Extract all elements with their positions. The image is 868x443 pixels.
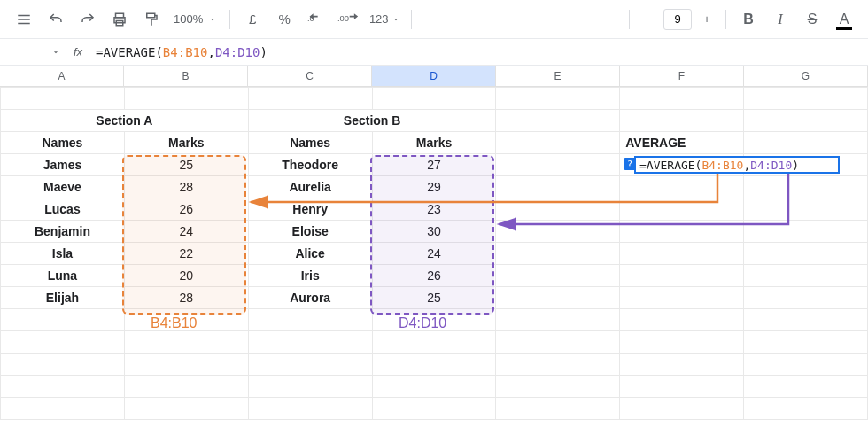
marks-header-b: Marks — [372, 132, 496, 154]
name-cell: Isla — [1, 243, 125, 265]
active-cell-formula[interactable]: ? =AVERAGE(B4:B10,D4:D10) — [634, 156, 840, 174]
mark-cell: 25 — [372, 287, 496, 309]
name-cell: Benjamin — [1, 221, 125, 243]
name-cell: Iris — [248, 265, 372, 287]
col-header-B[interactable]: B — [124, 66, 248, 86]
mark-cell: 26 — [372, 265, 496, 287]
svg-rect-6 — [147, 13, 155, 18]
spreadsheet-grid: A B C D E F G Section A Section B Names … — [0, 66, 868, 420]
names-header-b: Names — [248, 132, 372, 154]
undo-icon[interactable] — [41, 6, 71, 33]
zoom-value: 100% — [174, 12, 203, 26]
paint-format-icon[interactable] — [136, 6, 167, 33]
column-headers: A B C D E F G — [0, 66, 868, 87]
fx-icon: fx — [69, 45, 87, 58]
zoom-dropdown[interactable]: 100% — [168, 12, 222, 26]
mark-cell: 28 — [124, 287, 248, 309]
name-cell: Aurelia — [248, 176, 372, 198]
range-label-b: B4:B10 — [151, 315, 197, 331]
col-header-F[interactable]: F — [620, 66, 744, 86]
name-cell: Aurora — [248, 287, 372, 309]
cells-area[interactable]: Section A Section B Names Marks Names Ma… — [0, 87, 868, 420]
mark-cell: 27 — [372, 154, 496, 176]
mark-cell: 20 — [124, 265, 248, 287]
name-cell: Henry — [248, 198, 372, 221]
text-color-button[interactable]: A — [829, 6, 859, 33]
svg-text:.00: .00 — [337, 12, 349, 22]
decrease-decimal-icon[interactable]: .0 — [301, 6, 331, 33]
mark-cell: 28 — [124, 176, 248, 198]
name-box-dropdown[interactable] — [7, 48, 60, 57]
strikethrough-button[interactable]: S — [797, 6, 827, 33]
separator — [629, 10, 630, 29]
chevron-down-icon — [51, 48, 60, 57]
mark-cell: 25 — [124, 154, 248, 176]
col-header-A[interactable]: A — [0, 66, 124, 86]
marks-header-a: Marks — [124, 132, 248, 154]
formula-help-icon[interactable]: ? — [624, 158, 636, 170]
chevron-down-icon — [391, 15, 400, 24]
print-icon[interactable] — [105, 6, 135, 33]
font-size-control: − + — [637, 7, 718, 32]
mark-cell: 23 — [372, 198, 496, 221]
toolbar: 100% £ % .0 .00 123 − + B I S A — [0, 0, 868, 39]
names-header-a: Names — [1, 132, 125, 154]
formula-input[interactable]: =AVERAGE(B4:B10,D4:D10) — [96, 45, 267, 59]
col-header-D[interactable]: D — [372, 66, 496, 86]
menu-icon[interactable] — [9, 6, 39, 33]
name-cell: Elijah — [1, 287, 125, 309]
currency-button[interactable]: £ — [237, 6, 267, 33]
col-header-C[interactable]: C — [248, 66, 372, 86]
name-cell: Alice — [248, 243, 372, 265]
col-header-G[interactable]: G — [744, 66, 868, 86]
mark-cell: 24 — [124, 221, 248, 243]
font-size-input[interactable] — [663, 9, 692, 30]
separator — [411, 10, 412, 29]
name-cell: Luna — [1, 265, 125, 287]
name-cell: Theodore — [248, 154, 372, 176]
name-cell: Maeve — [1, 176, 125, 198]
separator — [725, 10, 726, 29]
bold-button[interactable]: B — [733, 6, 763, 33]
chevron-down-icon — [208, 15, 217, 24]
name-cell: Lucas — [1, 198, 125, 221]
formula-bar: fx =AVERAGE(B4:B10,D4:D10) — [0, 39, 868, 66]
mark-cell: 26 — [124, 198, 248, 221]
section-a-title: Section A — [1, 110, 249, 132]
mark-cell: 30 — [372, 221, 496, 243]
name-cell: Eloise — [248, 221, 372, 243]
increase-decimal-icon[interactable]: .00 — [333, 6, 363, 33]
separator — [229, 10, 230, 29]
percent-button[interactable]: % — [269, 6, 299, 33]
mark-cell: 22 — [124, 243, 248, 265]
name-cell: James — [1, 154, 125, 176]
mark-cell: 24 — [372, 243, 496, 265]
decrease-font-icon[interactable]: − — [637, 7, 660, 32]
redo-icon[interactable] — [73, 6, 103, 33]
range-label-d: D4:D10 — [399, 315, 446, 331]
col-header-E[interactable]: E — [496, 66, 620, 86]
increase-font-icon[interactable]: + — [695, 7, 718, 32]
italic-button[interactable]: I — [765, 6, 795, 33]
section-b-title: Section B — [248, 110, 496, 132]
mark-cell: 29 — [372, 176, 496, 198]
average-label: AVERAGE — [620, 132, 744, 154]
number-format-dropdown[interactable]: 123 — [365, 6, 404, 33]
